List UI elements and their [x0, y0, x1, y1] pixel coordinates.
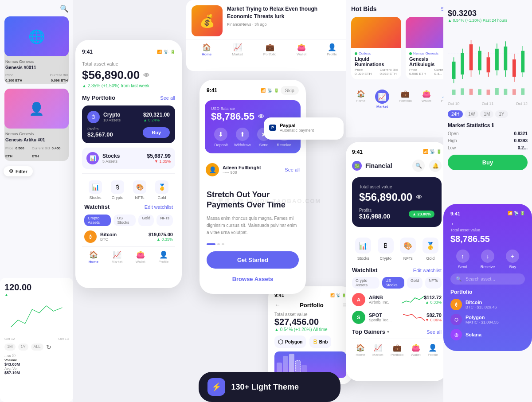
chart-refresh-icon[interactable]: ↻ — [46, 343, 51, 351]
nav-home[interactable]: 🏠 Home — [89, 250, 98, 264]
nav-market[interactable]: 📈 Market — [112, 250, 122, 264]
nav-wallet-news[interactable]: 👛 Wallet — [297, 43, 306, 56]
tab-nfts[interactable]: NFTs — [156, 215, 173, 226]
bitcoin-gain: ▲ 0.35% — [149, 237, 173, 242]
fin-watchlist: Watchlist Edit watchlist Crypto Assets U… — [352, 267, 442, 324]
hotbid-price-1: 0.029 ETH — [355, 72, 372, 76]
fin-search-btn[interactable]: 🔍 — [412, 160, 425, 172]
nav-portfolio-news[interactable]: 💼 Portfolio — [263, 43, 276, 56]
news-image: 💰 — [192, 5, 223, 36]
fin-bell-btn[interactable]: 🔔 — [429, 160, 442, 172]
menu-crypto[interactable]: ₿ Crypto — [111, 180, 124, 200]
see-all-link[interactable]: See all — [285, 167, 300, 172]
nft-card-2[interactable]: 👤 Nemus Genesis Genesis Artiku #01 Price… — [4, 89, 69, 161]
buy-button[interactable]: Buy — [143, 127, 170, 138]
deposit-btn[interactable]: ⬇ Deposit — [214, 128, 228, 147]
filter-button[interactable]: ⚙ Filter — [4, 166, 33, 176]
back-arrow-pb[interactable]: ← — [274, 301, 281, 308]
bitcoin-portfolio-row[interactable]: ₿ Bitcoin BTC · $13,029.46 — [450, 299, 525, 310]
hb-nav-home[interactable]: 🏠 Home — [356, 90, 365, 109]
fin-nav-wallet[interactable]: 👛 Wallet — [411, 343, 421, 357]
airbnb-gain: ▲ 0.33% — [424, 300, 442, 304]
fin-menu-gold[interactable]: 🥇 Gold — [422, 238, 438, 261]
eye-icon-balance[interactable]: 👁 — [258, 113, 264, 120]
filter-1m[interactable]: 1M — [480, 110, 493, 118]
market-icon-news: 📈 — [233, 43, 242, 51]
nav-profile-news[interactable]: 👤 Profile — [327, 43, 337, 56]
menu-gold[interactable]: 🥇 Gold — [155, 180, 168, 200]
spot-row[interactable]: S SPOT Spotify Tec... $82.70 ▼ 0.06% — [352, 311, 442, 324]
hb-nav-market[interactable]: 📈 Market — [375, 90, 389, 109]
hb-nav-portfolio[interactable]: 💼 Portfolio — [399, 90, 412, 109]
time-filter-1y[interactable]: 1Y — [18, 343, 28, 351]
tab-crypto-assets[interactable]: Crypto Assets — [84, 215, 111, 226]
get-started-button[interactable]: Get Started — [207, 251, 299, 269]
time-filter-all[interactable]: ALL — [31, 343, 43, 351]
withdraw-btn[interactable]: ⬆ Withdraw — [234, 128, 251, 147]
polygon-portfolio-row[interactable]: ⬡ Polygon MATIC · $1,084.55 — [450, 314, 525, 325]
menu-stocks[interactable]: 📊 Stocks — [89, 180, 102, 200]
bitcoin-list-item[interactable]: ₿ Bitcoin BTC $19,075.00 ▲ 0.35% — [84, 230, 173, 243]
crypto-card[interactable]: ₿ Crypto 10 Assets $20,321.00 ▲ 0.24% Pr… — [82, 105, 175, 143]
fin-status-icons: 📶 📡 🔋 — [423, 149, 442, 155]
hotbids-nav: 🏠 Home 📈 Market 💼 Portfolio 👛 Wallet 👤 P… — [351, 84, 456, 114]
stat-open-val: 0.8321 — [514, 131, 528, 136]
fin-edit-watchlist[interactable]: Edit watchlist — [413, 268, 442, 273]
abnb-row[interactable]: A ABNB Airbnb, Inc. $112.72 ▲ 0.33% — [352, 293, 442, 306]
skip-button[interactable]: Skip — [281, 86, 299, 95]
fin-tab-gold[interactable]: Gold — [407, 277, 422, 289]
stocks-card[interactable]: 📊 Stocks 5 Assets $5,687.99 ▼ 1.35% — [82, 148, 175, 169]
fin-watchlist-title: Watchlist — [352, 267, 377, 273]
search-icon[interactable]: 🔍 — [60, 4, 69, 13]
wallet-search-input[interactable] — [466, 277, 520, 281]
eye-icon[interactable]: 👁 — [143, 72, 149, 79]
portfolio-icon-news: 💼 — [266, 43, 274, 51]
wallet-icon: 👛 — [136, 250, 145, 259]
fin-nav-market[interactable]: 📈 Market — [372, 343, 383, 357]
filter-24h[interactable]: 24H — [448, 110, 463, 118]
fin-nav-home[interactable]: 🏠 Home — [356, 343, 365, 357]
browse-assets-button[interactable]: Browse Assets — [207, 273, 299, 285]
bitcoin-portfolio-name: Bitcoin — [466, 300, 525, 305]
fin-nav-profile[interactable]: 👤 Profile — [428, 343, 438, 357]
fin-tab-nfts[interactable]: NFTs — [425, 277, 442, 289]
portfolio-see-all[interactable]: See all — [160, 95, 175, 101]
hotbid-1[interactable]: Codexx Liquid Ruminations Price 0.029 ET… — [351, 17, 401, 79]
wallet-buy[interactable]: + Buy — [506, 250, 519, 269]
polygon-coin[interactable]: ⬡ Polygon — [274, 336, 306, 348]
fin-menu-crypto[interactable]: ₿ Crypto — [378, 238, 394, 261]
bitcoin-name: Bitcoin — [100, 232, 149, 237]
fin-tab-crypto[interactable]: Crypto Assets — [352, 277, 379, 289]
nft2-source: Nemus Genesis — [5, 132, 34, 136]
chart-buy-button[interactable]: Buy — [448, 155, 528, 170]
fin-eye-icon[interactable]: 👁 — [416, 194, 422, 201]
fin-menu-nfts[interactable]: 🎨 NFTs — [400, 238, 416, 261]
filter-1y[interactable]: 1Y — [495, 110, 508, 118]
stat-low: Low 0.2... — [448, 145, 528, 150]
fin-nav-portfolio[interactable]: 💼 Portfolio — [391, 343, 403, 357]
filter-1w[interactable]: 1W — [465, 110, 478, 118]
wallet-send[interactable]: ↑ Send — [456, 250, 469, 269]
tab-us-stocks[interactable]: US Stocks — [113, 215, 136, 226]
bnb-coin[interactable]: B Bnb — [309, 336, 331, 348]
nav-wallet[interactable]: 👛 Wallet — [136, 250, 145, 264]
nft-card-1[interactable]: 🌐 Nemus Genesis Genesis #0011 Price 0.10… — [4, 16, 69, 84]
fin-see-all[interactable]: See all — [426, 329, 442, 335]
wallet-search-row[interactable]: 🔍 — [450, 273, 525, 285]
nft1-price-lbl: Price — [5, 73, 22, 77]
market-stats: Market Statistics ℹ Open 0.8321 High 0.8… — [448, 122, 528, 150]
nav-market-news[interactable]: 📈 Market — [232, 43, 243, 56]
menu-nfts[interactable]: 🎨 NFTs — [133, 180, 146, 200]
time-filter-1m[interactable]: 1M — [4, 343, 16, 351]
wallet-back-arrow[interactable]: ← — [450, 220, 458, 227]
solana-portfolio-row[interactable]: ◎ Solana — [450, 329, 525, 340]
wallet-total-val: $8,786.55 — [450, 234, 525, 244]
wallet-receive[interactable]: ↓ Receive — [481, 250, 495, 269]
hb-nav-wallet[interactable]: 👛 Wallet — [422, 90, 431, 109]
fin-menu-stocks[interactable]: 📊 Stocks — [355, 238, 371, 261]
fin-tab-stocks[interactable]: US Stocks — [382, 277, 404, 289]
edit-watchlist[interactable]: Edit watchlist — [145, 204, 173, 210]
nav-home-news[interactable]: 🏠 Home — [202, 43, 211, 56]
nav-profile[interactable]: 👤 Profile — [158, 250, 168, 264]
tab-gold[interactable]: Gold — [138, 215, 154, 226]
